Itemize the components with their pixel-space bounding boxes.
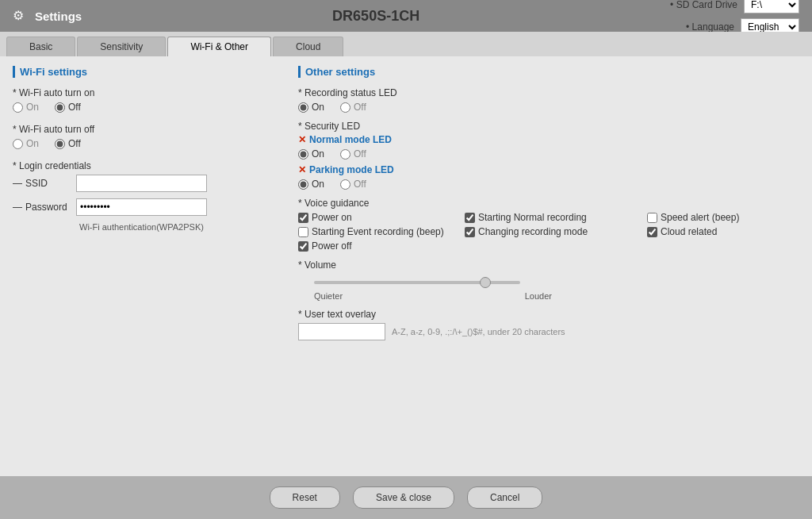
parking-led-off[interactable]: Off: [340, 179, 366, 190]
parking-mode-x-icon: ✕: [298, 164, 306, 175]
voice-power-on[interactable]: Power on: [298, 212, 457, 223]
voice-guidance-group: Voice guidance Power on Starting Normal …: [298, 198, 799, 252]
volume-slider[interactable]: [314, 281, 520, 284]
normal-led-off[interactable]: Off: [340, 148, 366, 160]
user-text-input[interactable]: [298, 323, 385, 340]
cancel-button[interactable]: Cancel: [467, 486, 542, 509]
normal-mode-led-title: ✕ Normal mode LED: [298, 134, 799, 145]
wifi-auto-on-radio-on[interactable]: On: [13, 102, 39, 113]
voice-cloud-related[interactable]: Cloud related: [647, 226, 774, 237]
settings-icon: ⚙: [13, 8, 29, 24]
security-led-label: Security LED: [298, 121, 799, 132]
content-area: Wi-Fi settings Wi-Fi auto turn on On Off…: [0, 56, 812, 476]
voice-guidance-grid: Power on Starting Normal recording Speed…: [298, 212, 799, 252]
wifi-auto-off-radio-off[interactable]: Off: [55, 138, 81, 149]
parking-led-radios: On Off: [298, 179, 799, 190]
save-close-button[interactable]: Save & close: [353, 486, 454, 509]
normal-mode-x-icon: ✕: [298, 134, 306, 145]
sd-card-row: SD Card Drive F:\: [670, 0, 799, 13]
recording-led-label: Recording status LED: [298, 87, 799, 98]
tabs-bar: Basic Sensitivity Wi-Fi & Other Cloud: [0, 32, 812, 56]
tab-wifi-other[interactable]: Wi-Fi & Other: [167, 37, 271, 56]
recording-led-on[interactable]: On: [298, 102, 324, 113]
password-label: Password: [13, 202, 76, 213]
wifi-auto-on-group: Wi-Fi auto turn on On Off: [13, 87, 282, 113]
recording-led-group: Recording status LED On Off: [298, 87, 799, 113]
tab-cloud[interactable]: Cloud: [273, 37, 343, 56]
user-text-label: User text overlay: [298, 309, 799, 320]
wifi-auto-off-radio-on[interactable]: On: [13, 138, 39, 149]
user-text-group: User text overlay A-Z, a-z, 0-9, .;:/\+_…: [298, 309, 799, 340]
wifi-auth-note: Wi-Fi authentication(WPA2PSK): [79, 222, 282, 232]
ssid-row: SSID: [13, 175, 282, 192]
voice-starting-event[interactable]: Starting Event recording (beep): [298, 226, 457, 237]
sd-card-label: SD Card Drive: [670, 0, 737, 10]
voice-starting-normal[interactable]: Starting Normal recording: [465, 212, 639, 223]
voice-guidance-label: Voice guidance: [298, 198, 799, 209]
recording-led-off[interactable]: Off: [340, 102, 366, 113]
footer: Reset Save & close Cancel: [0, 476, 812, 519]
user-text-row: A-Z, a-z, 0-9, .;:/\+_()$#, under 20 cha…: [298, 323, 799, 340]
password-row: Password: [13, 198, 282, 216]
login-credentials-label: Login credentials: [13, 160, 282, 171]
recording-led-radios: On Off: [298, 102, 799, 113]
login-credentials-group: Login credentials SSID Password Wi-Fi au…: [13, 160, 282, 232]
titlebar-title: Settings: [35, 10, 82, 23]
tab-basic[interactable]: Basic: [6, 37, 75, 56]
language-label: Language: [686, 21, 734, 33]
wifi-auto-on-label: Wi-Fi auto turn on: [13, 87, 282, 98]
parking-mode-led-title: ✕ Parking mode LED: [298, 164, 799, 175]
volume-slider-container: [298, 275, 799, 286]
other-settings-panel: Other settings Recording status LED On O…: [298, 66, 799, 467]
wifi-auto-on-radios: On Off: [13, 102, 282, 113]
titlebar: ⚙ Settings DR650S-1CH SD Card Drive F:\ …: [0, 0, 812, 32]
volume-group: Volume Quieter Louder: [298, 260, 799, 301]
ssid-label: SSID: [13, 178, 76, 189]
voice-changing-mode[interactable]: Changing recording mode: [465, 226, 639, 237]
header-right: SD Card Drive F:\ Language English Korea…: [670, 0, 799, 36]
normal-led-on[interactable]: On: [298, 148, 324, 160]
quieter-label: Quieter: [314, 291, 343, 301]
normal-led-radios: On Off: [298, 148, 799, 160]
parking-led-on[interactable]: On: [298, 179, 324, 190]
ssid-input[interactable]: [76, 175, 207, 192]
volume-labels: Quieter Louder: [314, 291, 552, 301]
voice-power-off[interactable]: Power off: [298, 240, 457, 252]
wifi-section-title: Wi-Fi settings: [13, 66, 282, 78]
other-section-title: Other settings: [298, 66, 799, 78]
settings-window: ⚙ Settings DR650S-1CH SD Card Drive F:\ …: [0, 0, 812, 519]
louder-label: Louder: [525, 291, 552, 301]
wifi-auto-off-label: Wi-Fi auto turn off: [13, 124, 282, 135]
wifi-auto-off-radios: On Off: [13, 138, 282, 149]
volume-label: Volume: [298, 260, 799, 271]
tab-sensitivity[interactable]: Sensitivity: [77, 37, 166, 56]
password-input[interactable]: [76, 198, 207, 216]
user-text-hint: A-Z, a-z, 0-9, .;:/\+_()$#, under 20 cha…: [392, 327, 565, 336]
sd-card-select[interactable]: F:\: [744, 0, 799, 13]
reset-button[interactable]: Reset: [270, 486, 340, 509]
voice-speed-alert[interactable]: Speed alert (beep): [647, 212, 774, 223]
device-name: DR650S-1CH: [82, 8, 670, 25]
wifi-panel: Wi-Fi settings Wi-Fi auto turn on On Off…: [13, 66, 282, 467]
security-led-group: Security LED ✕ Normal mode LED On Off: [298, 121, 799, 190]
wifi-auto-on-radio-off[interactable]: Off: [55, 102, 81, 113]
wifi-auto-off-group: Wi-Fi auto turn off On Off: [13, 124, 282, 149]
